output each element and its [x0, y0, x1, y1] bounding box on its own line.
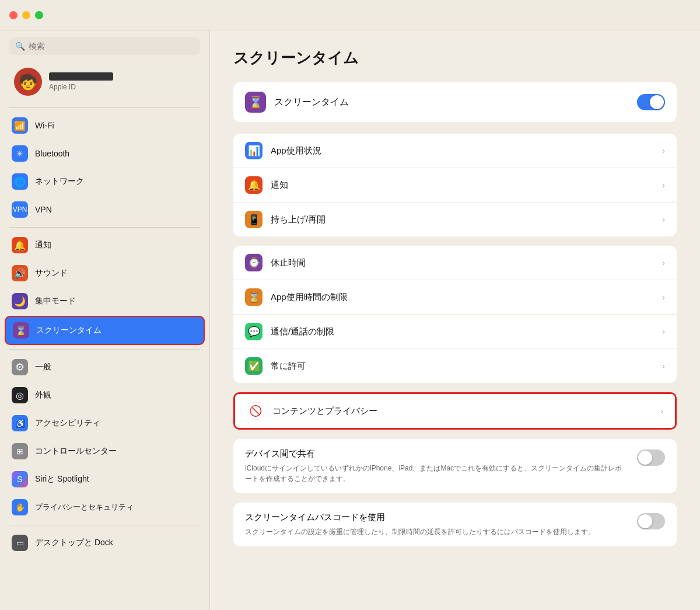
avatar: 🧒: [14, 68, 42, 96]
row-downtime-label: 休止時間: [271, 257, 654, 269]
sidebar-item-notification-label: 通知: [35, 240, 51, 250]
section-card-2: ⌚ 休止時間 › ⌛ App使用時間の制限 › 💬 通信/通話の制限 › ✅ 常…: [233, 246, 677, 383]
traffic-lights: [9, 11, 43, 19]
sidebar-item-wifi[interactable]: 📶 Wi-Fi: [5, 112, 205, 139]
chevron-icon-6: ›: [662, 361, 665, 371]
toggle-label: スクリーンタイム: [274, 96, 349, 109]
downtime-icon: ⌚: [245, 254, 262, 271]
maximize-button[interactable]: [35, 11, 43, 19]
sidebar-item-control[interactable]: ⊞ コントロールセンター: [5, 438, 205, 465]
sidebar-divider-3: [9, 349, 200, 350]
device-share-toggle[interactable]: [637, 449, 665, 466]
notification-row-icon: 🔔: [245, 176, 262, 194]
row-downtime[interactable]: ⌚ 休止時間 ›: [233, 246, 677, 280]
device-share-text: デバイス間で共有 iCloudにサインインしているいずれかのiPhone、iPa…: [245, 448, 625, 484]
screentime-icon: ⌛: [13, 322, 29, 339]
chevron-icon-7: ›: [660, 406, 663, 416]
device-share-section: デバイス間で共有 iCloudにサインインしているいずれかのiPhone、iPa…: [233, 439, 677, 493]
sidebar-item-screentime[interactable]: ⌛ スクリーンタイム: [5, 316, 205, 345]
section-card-1: 📊 App使用状況 › 🔔 通知 › 📱 持ち上げ/再開 ›: [233, 134, 677, 236]
sidebar-divider-2: [9, 227, 200, 228]
toggle-left: ⌛ スクリーンタイム: [245, 92, 349, 113]
passcode-text: スクリーンタイムパスコードを使用 スクリーンタイムの設定を厳重に管理したり、制限…: [245, 512, 595, 537]
always-allow-icon: ✅: [245, 357, 262, 375]
apple-id-label: Apple ID: [49, 83, 113, 91]
search-input[interactable]: [29, 41, 194, 51]
sidebar-divider-1: [9, 107, 200, 108]
row-app-limits-label: App使用時間の制限: [271, 292, 654, 303]
app-limits-icon: ⌛: [245, 288, 262, 306]
row-app-usage-label: App使用状況: [271, 145, 654, 156]
accessibility-icon: ♿: [12, 415, 28, 431]
minimize-button[interactable]: [22, 11, 30, 19]
content-title: スクリーンタイム: [233, 48, 677, 68]
screentime-toggle-row[interactable]: ⌛ スクリーンタイム: [233, 82, 677, 122]
sidebar-item-appearance-label: 外観: [35, 390, 51, 400]
row-content-privacy[interactable]: 🚫 コンテンツとプライバシー ›: [235, 394, 675, 428]
appearance-icon: ◎: [12, 387, 28, 403]
sidebar-item-general[interactable]: ⚙ 一般: [5, 354, 205, 381]
sidebar-item-network[interactable]: 🌐 ネットワーク: [5, 168, 205, 195]
titlebar: [0, 0, 700, 30]
screentime-toggle[interactable]: [637, 94, 665, 110]
sidebar-item-bluetooth[interactable]: ✳ Bluetooth: [5, 140, 205, 167]
sidebar-item-vpn-label: VPN: [35, 205, 52, 214]
apple-id-name-bar: [49, 72, 113, 81]
device-share-row: デバイス間で共有 iCloudにサインインしているいずれかのiPhone、iPa…: [245, 448, 665, 484]
chevron-icon-5: ›: [662, 327, 665, 336]
desktop-icon: ▭: [12, 535, 28, 551]
sidebar-item-desktop[interactable]: ▭ デスクトップと Dock: [5, 529, 205, 556]
network-icon: 🌐: [12, 173, 28, 190]
section-card-privacy: 🚫 コンテンツとプライバシー ›: [235, 394, 675, 428]
chevron-icon-3: ›: [662, 258, 665, 267]
wifi-icon: 📶: [12, 117, 28, 134]
content-area: スクリーンタイム ⌛ スクリーンタイム 📊 App使用状況 › 🔔 通知 › 📱: [210, 30, 700, 610]
row-always-allow-label: 常に許可: [271, 361, 654, 372]
sidebar-item-appearance[interactable]: ◎ 外観: [5, 382, 205, 409]
bluetooth-icon: ✳: [12, 145, 28, 162]
row-pickup-label: 持ち上げ/再開: [271, 214, 654, 225]
passcode-row: スクリーンタイムパスコードを使用 スクリーンタイムの設定を厳重に管理したり、制限…: [245, 512, 665, 537]
device-share-desc: iCloudにサインインしているいずれかのiPhone、iPad、またはMacで…: [245, 463, 625, 484]
vpn-icon: VPN: [12, 201, 28, 218]
privacy-icon: ✋: [12, 499, 28, 515]
sidebar-item-general-label: 一般: [35, 362, 51, 372]
row-communication-label: 通信/通話の制限: [271, 326, 654, 337]
row-app-limits[interactable]: ⌛ App使用時間の制限 ›: [233, 280, 677, 315]
row-app-usage[interactable]: 📊 App使用状況 ›: [233, 134, 677, 168]
sidebar-item-wifi-label: Wi-Fi: [35, 121, 54, 130]
sidebar-item-bluetooth-label: Bluetooth: [35, 149, 69, 158]
sidebar-item-desktop-label: デスクトップと Dock: [35, 538, 113, 548]
sidebar-item-sound[interactable]: 🔊 サウンド: [5, 260, 205, 287]
chevron-icon-2: ›: [662, 215, 665, 224]
main-container: 🔍 🧒 Apple ID 📶 Wi-Fi ✳ Bluetooth 🌐 ネットワー…: [0, 30, 700, 610]
content-privacy-highlighted: 🚫 コンテンツとプライバシー ›: [233, 392, 677, 430]
device-share-title: デバイス間で共有: [245, 448, 625, 459]
chevron-icon-1: ›: [662, 180, 665, 190]
sidebar-item-sound-label: サウンド: [35, 268, 68, 278]
sidebar-item-control-label: コントロールセンター: [35, 446, 117, 456]
apple-id-section[interactable]: 🧒 Apple ID: [5, 62, 205, 102]
row-always-allow[interactable]: ✅ 常に許可 ›: [233, 349, 677, 383]
sidebar-item-privacy[interactable]: ✋ プライバシーとセキュリティ: [5, 494, 205, 521]
row-notification-label: 通知: [271, 180, 654, 191]
row-notification[interactable]: 🔔 通知 ›: [233, 168, 677, 203]
app-usage-icon: 📊: [245, 142, 262, 159]
sidebar-item-accessibility[interactable]: ♿ アクセシビリティ: [5, 410, 205, 437]
sidebar-item-siri[interactable]: S Siriと Spotlight: [5, 466, 205, 493]
passcode-toggle[interactable]: [637, 513, 665, 529]
search-bar[interactable]: 🔍: [9, 37, 200, 55]
general-icon: ⚙: [12, 359, 28, 375]
row-pickup[interactable]: 📱 持ち上げ/再開 ›: [233, 203, 677, 236]
row-communication[interactable]: 💬 通信/通話の制限 ›: [233, 315, 677, 349]
close-button[interactable]: [9, 11, 18, 19]
apple-id-info: Apple ID: [49, 72, 113, 91]
communication-icon: 💬: [245, 323, 262, 340]
sidebar-item-focus[interactable]: 🌙 集中モード: [5, 288, 205, 315]
sidebar-item-vpn[interactable]: VPN VPN: [5, 196, 205, 223]
control-icon: ⊞: [12, 443, 28, 459]
screentime-big-icon: ⌛: [245, 92, 266, 113]
sidebar: 🔍 🧒 Apple ID 📶 Wi-Fi ✳ Bluetooth 🌐 ネットワー…: [0, 30, 210, 610]
sidebar-item-notification[interactable]: 🔔 通知: [5, 232, 205, 259]
siri-icon: S: [12, 471, 28, 487]
